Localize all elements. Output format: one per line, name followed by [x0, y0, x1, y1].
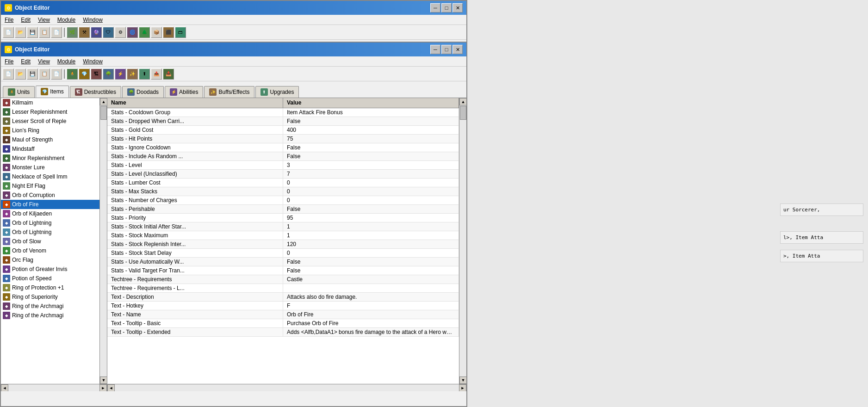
inner-menu-edit[interactable]: Edit	[17, 57, 34, 66]
list-item[interactable]: ◆Minor Replenishment	[1, 154, 99, 163]
list-item[interactable]: ◆Orc Flag	[1, 255, 99, 265]
item-scroll-thumb[interactable]	[100, 106, 107, 120]
outer-minimize-btn[interactable]: ─	[430, 3, 440, 12]
inner-tb-open[interactable]: 📂	[15, 68, 26, 80]
prop-row[interactable]: Stats - Stock Maximum1	[107, 231, 459, 240]
list-item[interactable]: ◆Orb of Corruption	[1, 191, 99, 200]
prop-row[interactable]: Stats - Ignore CooldownFalse	[107, 143, 459, 152]
outer-tb-5[interactable]: 📄	[51, 27, 62, 38]
outer-tb-6[interactable]: 🌿	[67, 27, 78, 38]
prop-row[interactable]: Techtree - Requirements - L...	[107, 284, 459, 293]
list-item[interactable]: ◆Monster Lure	[1, 163, 99, 172]
prop-row[interactable]: Stats - Max Stacks0	[107, 187, 459, 196]
outer-menu-window[interactable]: Window	[79, 16, 106, 24]
prop-scroll-up[interactable]: ▲	[459, 98, 466, 105]
outer-tb-14[interactable]: ⬛	[163, 27, 174, 38]
list-item[interactable]: ◆Necklace of Spell Imm	[1, 172, 99, 181]
inner-tb-units[interactable]: 🧍	[67, 68, 78, 80]
prop-scroll-down[interactable]: ▼	[459, 376, 466, 384]
tab-upgrades[interactable]: ⬆ Upgrades	[255, 86, 299, 98]
inner-menu-file[interactable]: File	[1, 57, 17, 66]
item-hscroll-left[interactable]: ◄	[1, 384, 8, 392]
list-item[interactable]: ◆Killmaim	[1, 98, 99, 107]
list-item[interactable]: ◆Ring of Superiority	[1, 292, 99, 302]
prop-row[interactable]: Text - NameOrb of Fire	[107, 310, 459, 319]
inner-tb-paste[interactable]: 📄	[51, 68, 62, 80]
outer-tb-open[interactable]: 📂	[15, 27, 26, 38]
tab-items[interactable]: 💎 Items	[36, 86, 68, 98]
tab-doodads[interactable]: 🌳 Doodads	[122, 86, 164, 98]
inner-tb-save[interactable]: 💾	[27, 68, 38, 80]
prop-row[interactable]: Stats - Hit Points75	[107, 135, 459, 143]
item-scroll-up[interactable]: ▲	[100, 98, 107, 105]
outer-tb-15[interactable]: 🗃	[175, 27, 186, 38]
outer-tb-save[interactable]: 💾	[27, 27, 38, 38]
prop-row[interactable]: Stats - Number of Charges0	[107, 196, 459, 205]
prop-hscroll-right[interactable]: ►	[459, 384, 466, 392]
prop-scrollbar[interactable]: ▲ ▼	[459, 98, 466, 384]
list-item[interactable]: ◆Maul of Strength	[1, 135, 99, 144]
prop-row[interactable]: Stats - Dropped When Carri...False	[107, 117, 459, 126]
list-item[interactable]: ◆Orb of Lightning	[1, 228, 99, 237]
outer-tb-12[interactable]: 🌲	[139, 27, 150, 38]
inner-menu-window[interactable]: Window	[79, 57, 106, 66]
list-item[interactable]: ◆Lion's Ring	[1, 126, 99, 135]
item-hscroll-right[interactable]: ►	[99, 384, 107, 392]
tab-units[interactable]: 🧍 Units	[3, 86, 35, 98]
outer-maximize-btn[interactable]: □	[441, 3, 452, 12]
list-item[interactable]: ◆Orb of Kiljaeden	[1, 209, 99, 218]
prop-row[interactable]: Stats - Stock Replenish Inter...120	[107, 240, 459, 249]
prop-row[interactable]: Text - Tooltip - ExtendedAdds <Alfb,Data…	[107, 328, 459, 337]
prop-row[interactable]: Stats - PerishableFalse	[107, 205, 459, 214]
outer-tb-8[interactable]: 🔮	[91, 27, 102, 38]
prop-row[interactable]: Stats - Gold Cost400	[107, 126, 459, 135]
inner-menu-view[interactable]: View	[34, 57, 54, 66]
inner-tb-buffs[interactable]: ✨	[127, 68, 138, 80]
outer-menu-file[interactable]: File	[1, 16, 17, 24]
item-list[interactable]: ◆Killmaim◆Lesser Replenishment◆Lesser Sc…	[1, 98, 99, 384]
list-item[interactable]: ◆Orb of Lightning	[1, 218, 99, 228]
list-item[interactable]: ◆Orb of Fire	[1, 200, 99, 209]
inner-tb-imp[interactable]: 📥	[163, 68, 174, 80]
outer-tb-10[interactable]: ⚙	[115, 27, 126, 38]
prop-row[interactable]: Stats - Use Automatically W...False	[107, 258, 459, 266]
list-item[interactable]: ◆Potion of Speed	[1, 274, 99, 283]
inner-tb-upgr[interactable]: ⬆	[139, 68, 150, 80]
prop-row[interactable]: Stats - Stock Start Delay0	[107, 249, 459, 258]
inner-tb-destr[interactable]: 🏗	[91, 68, 102, 80]
inner-tb-copy[interactable]: 📋	[39, 68, 50, 80]
tab-buffs[interactable]: ✨ Buffs/Effects	[204, 86, 254, 98]
item-scroll-down[interactable]: ▼	[100, 376, 107, 384]
list-item[interactable]: ◆Ring of the Archmagi	[1, 311, 99, 320]
prop-row[interactable]: Text - HotkeyF	[107, 302, 459, 310]
item-list-scrollbar[interactable]: ▲ ▼	[99, 98, 107, 384]
prop-row[interactable]: Stats - Lumber Cost0	[107, 179, 459, 187]
prop-row[interactable]: Text - Tooltip - BasicPurchase Orb of Fi…	[107, 319, 459, 328]
outer-menu-view[interactable]: View	[34, 16, 54, 24]
list-item[interactable]: ◆Mindstaff	[1, 144, 99, 154]
inner-close-btn[interactable]: ✕	[453, 45, 463, 54]
list-item[interactable]: ◆Lesser Replenishment	[1, 107, 99, 117]
prop-hscroll-left[interactable]: ◄	[107, 384, 115, 392]
outer-tb-7[interactable]: ⚒	[79, 27, 90, 38]
inner-tb-items[interactable]: 💎	[79, 68, 90, 80]
tab-destructibles[interactable]: 🏗 Destructibles	[70, 86, 121, 98]
prop-table[interactable]: Stats - Cooldown GroupItem Attack Fire B…	[107, 108, 459, 384]
prop-row[interactable]: Techtree - RequirementsCastle	[107, 275, 459, 284]
list-item[interactable]: ◆Ring of Protection +1	[1, 283, 99, 292]
inner-tb-abil[interactable]: ⚡	[115, 68, 126, 80]
prop-scroll-thumb[interactable]	[460, 106, 466, 120]
inner-menu-module[interactable]: Module	[54, 57, 79, 66]
list-item[interactable]: ◆Lesser Scroll of Reple	[1, 117, 99, 126]
outer-close-btn[interactable]: ✕	[453, 3, 463, 12]
outer-menu-module[interactable]: Module	[54, 16, 79, 24]
inner-maximize-btn[interactable]: □	[441, 45, 452, 54]
prop-row[interactable]: Stats - Cooldown GroupItem Attack Fire B…	[107, 108, 459, 117]
outer-tb-copy[interactable]: 📋	[39, 27, 50, 38]
inner-tb-new[interactable]: 📄	[3, 68, 14, 80]
list-item[interactable]: ◆Orb of Slow	[1, 237, 99, 246]
list-item[interactable]: ◆Night Elf Flag	[1, 181, 99, 191]
outer-tb-13[interactable]: 📦	[151, 27, 162, 38]
inner-minimize-btn[interactable]: ─	[430, 45, 440, 54]
prop-row[interactable]: Stats - Valid Target For Tran...False	[107, 266, 459, 275]
